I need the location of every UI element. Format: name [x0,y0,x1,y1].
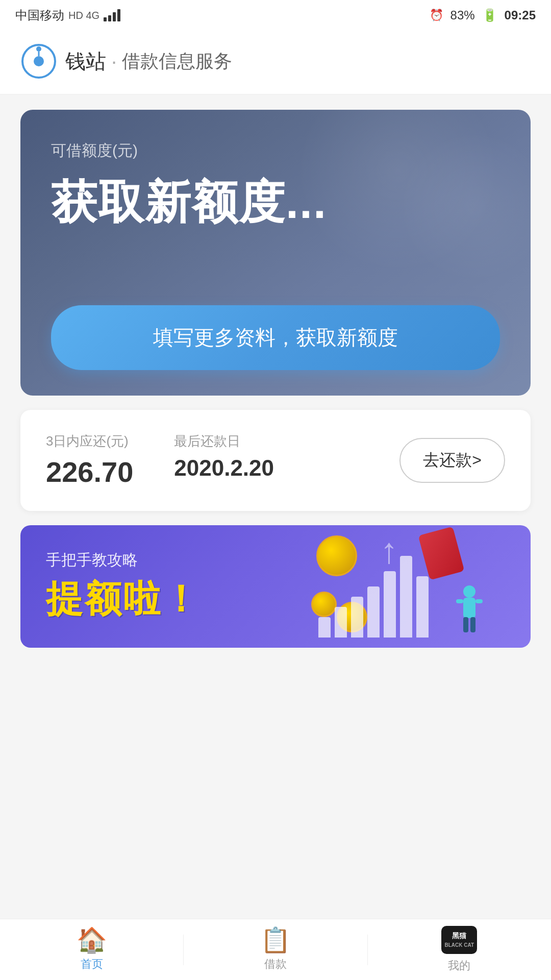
main-content: 可借额度(元) 获取新额度... 填写更多资料，获取新额度 3日内应还(元) 2… [0,94,551,663]
svg-rect-9 [475,599,483,603]
repayment-info: 3日内应还(元) 226.70 最后还款日 2020.2.20 [46,432,379,488]
carrier-label: 中国移动 [15,7,64,23]
signal-bars [104,9,120,21]
svg-point-1 [34,56,44,66]
repayment-card: 3日内应还(元) 226.70 最后还款日 2020.2.20 去还款> [20,410,531,511]
status-bar: 中国移动 HD 4G ⏰ 83% 🔋 09:25 [0,0,551,31]
chart-bar-6 [400,556,412,638]
alarm-icon: ⏰ [430,9,443,22]
app-header: 钱站 · 借款信息服务 [0,31,551,94]
app-name: 钱站 [65,47,106,76]
chart-bar-5 [384,571,396,638]
svg-rect-6 [463,617,468,632]
bottom-navigation: 🏠 首页 📋 借款 黑猫BLACK CAT 我的 [0,919,551,980]
header-separator: · [111,50,117,73]
network-type: HD 4G [68,10,99,21]
nav-loan-label: 借款 [264,957,287,972]
chart-bar-3 [351,597,363,638]
app-logo [20,43,57,80]
svg-rect-8 [456,599,463,603]
nav-item-home[interactable]: 🏠 首页 [0,928,183,972]
last-repay-value: 2020.2.20 [174,455,274,481]
nav-me-label: 我的 [448,958,470,973]
credit-label: 可借额度(元) [51,140,500,161]
loan-icon: 📋 [260,928,291,952]
chart-bar-2 [335,607,347,638]
repay-button[interactable]: 去还款> [399,438,505,483]
chart-bar-1 [318,617,331,638]
credit-card-section: 可借额度(元) 获取新额度... 填写更多资料，获取新额度 [20,110,531,396]
status-right: ⏰ 83% 🔋 09:25 [430,8,536,22]
chart-bar-4 [367,586,380,638]
svg-point-4 [463,585,475,598]
status-left: 中国移动 HD 4G [15,7,120,23]
banner-section[interactable]: 手把手教攻略 提额啦！ ↑ [20,525,531,648]
svg-point-2 [36,46,41,52]
person-figure [449,581,490,643]
chart-bar-7 [416,576,429,638]
due-soon-item: 3日内应还(元) 226.70 [46,432,133,488]
fill-info-button[interactable]: 填写更多资料，获取新额度 [51,305,500,370]
home-icon: 🏠 [77,928,107,952]
svg-rect-7 [470,617,475,632]
due-soon-value: 226.70 [46,455,133,488]
due-soon-label: 3日内应还(元) [46,432,133,450]
banner-decorations: ↑ [306,525,510,648]
last-repay-label: 最后还款日 [174,432,274,450]
bar-chart [318,556,429,638]
battery-label: 83% [450,8,475,22]
credit-amount: 获取新额度... [51,172,500,234]
service-name: 借款信息服务 [122,49,232,74]
blackcat-icon: 黑猫BLACK CAT [441,926,477,954]
battery-icon: 🔋 [482,8,497,22]
last-repay-item: 最后还款日 2020.2.20 [174,432,274,488]
time-label: 09:25 [505,8,536,22]
header-title: 钱站 · 借款信息服务 [65,47,232,76]
nav-item-loan[interactable]: 📋 借款 [184,928,367,972]
nav-home-label: 首页 [81,957,103,972]
svg-rect-5 [463,598,475,618]
nav-item-me[interactable]: 黑猫BLACK CAT 我的 [368,926,551,973]
